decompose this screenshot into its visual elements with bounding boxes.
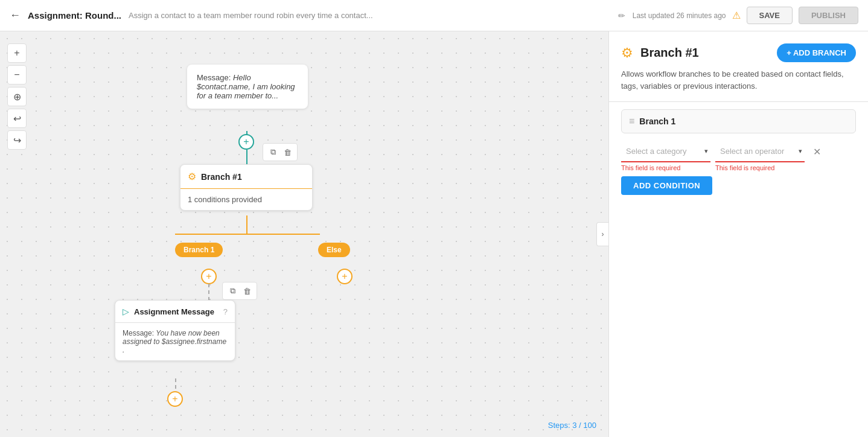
category-placeholder: Select a category xyxy=(626,147,704,156)
panel-header-icon: ⚙ xyxy=(621,45,633,61)
add-condition-button[interactable]: ADD CONDITION xyxy=(621,176,712,195)
copy-button-branch1[interactable]: ⧉ xyxy=(226,285,238,297)
operator-select-container: Select an operator ▾ This field is requi… xyxy=(715,141,805,171)
add-branch-button[interactable]: + ADD BRANCH xyxy=(777,43,856,62)
message-label: Message: xyxy=(197,73,233,82)
save-button[interactable]: SAVE xyxy=(747,7,793,24)
add-step-after-assignment[interactable]: + xyxy=(167,391,183,407)
assignment-header: ▷ Assignment Message ? xyxy=(115,301,235,323)
workflow-canvas[interactable]: + − ⊕ ↩ ↪ › Steps: 3 / 100 Message: Hell… xyxy=(0,31,608,437)
back-button[interactable]: ← xyxy=(10,9,21,22)
edit-icon[interactable]: ✏ xyxy=(618,11,625,21)
category-select[interactable]: Select a category ▾ xyxy=(621,141,710,162)
condition-row: Select a category ▾ This field is requir… xyxy=(621,141,856,171)
warning-icon: ⚠ xyxy=(732,10,741,21)
delete-button-branch1[interactable]: 🗑 xyxy=(241,285,253,297)
assignment-body-label: Message: xyxy=(123,329,156,337)
operator-placeholder: Select an operator xyxy=(720,147,799,156)
header-right: Last updated 26 minutes ago ⚠ SAVE PUBLI… xyxy=(633,7,858,24)
operator-field-error: This field is required xyxy=(715,164,805,171)
flow-container: Message: Hello $contact.name, I am looki… xyxy=(0,31,608,437)
assignment-body: Message: You have now been assigned to $… xyxy=(115,323,235,360)
connector-2 xyxy=(246,150,247,164)
panel-header-title: Branch #1 xyxy=(640,46,770,60)
assignment-icon: ▷ xyxy=(123,307,129,316)
category-select-container: Select a category ▾ This field is requir… xyxy=(621,141,710,171)
node-action-buttons-top: ⧉ 🗑 xyxy=(263,143,298,161)
branch-section: ≡ Branch 1 Select a category ▾ This fiel… xyxy=(609,102,868,202)
delete-button-top[interactable]: 🗑 xyxy=(281,146,293,158)
condition-close-button[interactable]: ✕ xyxy=(809,144,824,159)
add-step-else[interactable]: + xyxy=(337,269,353,284)
branch1-label: Branch 1 xyxy=(175,243,223,257)
branch-section-name: Branch 1 xyxy=(639,116,675,126)
branch-section-header[interactable]: ≡ Branch 1 xyxy=(621,109,856,133)
branch-body: 1 conditions provided xyxy=(180,189,312,210)
header: ← Assignment: Round... Assign a contact … xyxy=(0,0,868,31)
branch-node[interactable]: ⚙ Branch #1 1 conditions provided xyxy=(180,164,313,211)
category-arrow-icon: ▾ xyxy=(704,147,708,155)
dashed-connector-1 xyxy=(208,284,209,301)
last-updated-text: Last updated 26 minutes ago xyxy=(633,11,726,20)
connector-3 xyxy=(246,215,247,234)
branch-section-lines-icon: ≡ xyxy=(629,116,634,127)
operator-arrow-icon: ▾ xyxy=(799,147,802,155)
page-title: Assignment: Round... xyxy=(28,10,121,21)
panel-header: ⚙ Branch #1 + ADD BRANCH xyxy=(609,31,868,68)
node-action-buttons-branch1: ⧉ 🗑 xyxy=(222,282,257,300)
assignment-node[interactable]: ▷ Assignment Message ? Message: You have… xyxy=(115,300,235,361)
panel-description: Allows workflow branches to be created b… xyxy=(609,68,868,102)
branch-node-header: ⚙ Branch #1 xyxy=(180,165,312,189)
copy-button-top[interactable]: ⧉ xyxy=(267,146,279,158)
main-layout: + − ⊕ ↩ ↪ › Steps: 3 / 100 Message: Hell… xyxy=(0,31,868,437)
operator-select[interactable]: Select an operator ▾ xyxy=(715,141,805,162)
category-field-error: This field is required xyxy=(621,164,710,171)
add-step-branch1[interactable]: + xyxy=(201,269,217,284)
page-subtitle: Assign a contact to a team member round … xyxy=(129,11,608,20)
publish-button[interactable]: PUBLISH xyxy=(799,7,858,24)
add-step-button-1[interactable]: + xyxy=(238,134,254,150)
help-icon[interactable]: ? xyxy=(223,307,228,316)
assignment-title: Assignment Message xyxy=(134,307,219,316)
else-label: Else xyxy=(318,243,350,257)
branch-title: Branch #1 xyxy=(201,172,242,182)
message-node-top[interactable]: Message: Hello $contact.name, I am looki… xyxy=(187,65,308,109)
connector-h xyxy=(175,234,320,235)
branch-icon: ⚙ xyxy=(188,171,196,182)
right-panel: ⚙ Branch #1 + ADD BRANCH Allows workflow… xyxy=(608,31,868,437)
